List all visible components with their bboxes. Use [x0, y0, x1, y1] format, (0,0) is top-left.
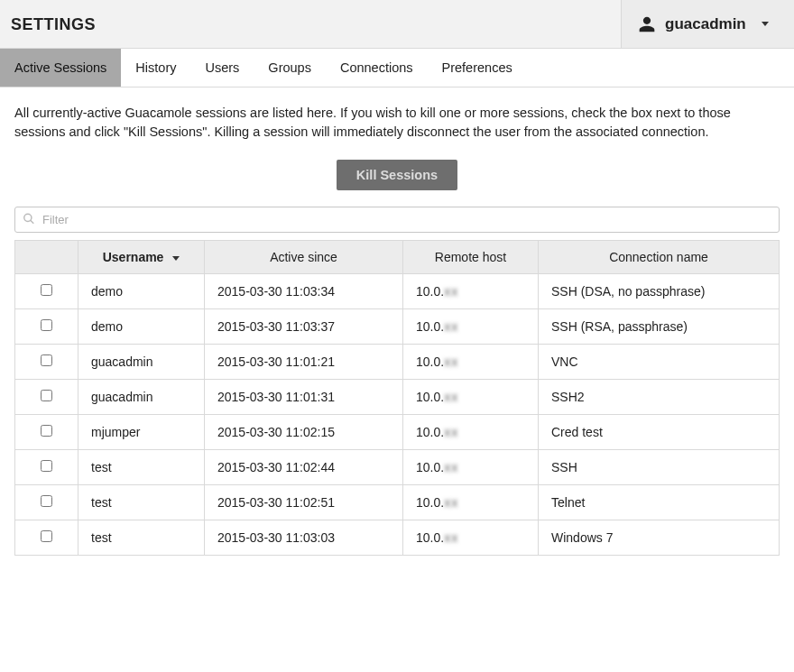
- page-description: All currently-active Guacamole sessions …: [0, 87, 794, 154]
- row-checkbox[interactable]: [41, 495, 52, 507]
- tab-users[interactable]: Users: [190, 49, 254, 87]
- cell-remote-host: 10.0.xx: [403, 450, 539, 485]
- row-checkbox-cell: [15, 309, 78, 345]
- row-checkbox[interactable]: [41, 530, 52, 542]
- tab-history[interactable]: History: [121, 49, 190, 87]
- remote-host-redacted: xx: [444, 495, 458, 510]
- cell-connection-name: SSH2: [539, 380, 780, 415]
- remote-host-visible: 10.0.: [416, 530, 444, 545]
- kill-sessions-button[interactable]: Kill Sessions: [337, 160, 457, 190]
- remote-host-visible: 10.0.: [416, 354, 444, 369]
- cell-username: mjumper: [78, 415, 205, 450]
- cell-remote-host: 10.0.xx: [403, 380, 539, 415]
- remote-host-redacted: xx: [444, 284, 458, 299]
- table-row: test2015-03-30 11:02:5110.0.xxTelnet: [15, 485, 780, 520]
- remote-host-redacted: xx: [444, 390, 458, 404]
- row-checkbox-cell: [15, 345, 78, 380]
- table-row: demo2015-03-30 11:03:3410.0.xxSSH (DSA, …: [15, 274, 780, 309]
- remote-host-redacted: xx: [444, 460, 458, 474]
- sort-caret-icon: [172, 256, 180, 261]
- row-checkbox[interactable]: [41, 425, 52, 437]
- remote-host-visible: 10.0.: [416, 284, 444, 299]
- cell-remote-host: 10.0.xx: [403, 274, 539, 309]
- user-menu-username: guacadmin: [665, 15, 752, 33]
- tab-groups[interactable]: Groups: [254, 49, 326, 87]
- table-row: test2015-03-30 11:02:4410.0.xxSSH: [15, 450, 780, 485]
- kill-sessions-row: Kill Sessions: [0, 154, 794, 207]
- filter-wrapper: [14, 207, 780, 233]
- cell-active-since: 2015-03-30 11:03:03: [205, 520, 403, 556]
- tab-active-sessions[interactable]: Active Sessions: [0, 49, 121, 87]
- tab-connections[interactable]: Connections: [326, 49, 428, 87]
- tab-preferences[interactable]: Preferences: [428, 49, 527, 87]
- row-checkbox-cell: [15, 415, 78, 450]
- tab-bar: Active SessionsHistoryUsersGroupsConnect…: [0, 49, 794, 87]
- table-row: demo2015-03-30 11:03:3710.0.xxSSH (RSA, …: [15, 309, 780, 345]
- remote-host-redacted: xx: [444, 354, 458, 369]
- row-checkbox-cell: [15, 520, 78, 556]
- cell-username: test: [78, 520, 205, 556]
- cell-connection-name: Telnet: [539, 485, 780, 520]
- svg-line-1: [31, 220, 34, 224]
- cell-connection-name: SSH (DSA, no passphrase): [539, 274, 780, 309]
- row-checkbox[interactable]: [41, 354, 52, 366]
- column-header-username-label: Username: [103, 250, 164, 264]
- remote-host-visible: 10.0.: [416, 425, 444, 439]
- cell-active-since: 2015-03-30 11:02:15: [205, 415, 403, 450]
- remote-host-visible: 10.0.: [416, 460, 444, 474]
- column-header-active-since[interactable]: Active since: [205, 241, 403, 274]
- row-checkbox[interactable]: [41, 319, 52, 331]
- cell-username: test: [78, 485, 205, 520]
- cell-remote-host: 10.0.xx: [403, 309, 539, 345]
- user-icon: [638, 15, 656, 33]
- cell-remote-host: 10.0.xx: [403, 520, 539, 556]
- cell-username: test: [78, 450, 205, 485]
- column-header-username[interactable]: Username: [78, 241, 205, 274]
- page-title: SETTINGS: [0, 0, 621, 48]
- top-bar: SETTINGS guacadmin: [0, 0, 794, 49]
- chevron-down-icon: [762, 22, 769, 26]
- table-row: guacadmin2015-03-30 11:01:3110.0.xxSSH2: [15, 380, 780, 415]
- cell-active-since: 2015-03-30 11:02:44: [205, 450, 403, 485]
- cell-active-since: 2015-03-30 11:01:21: [205, 345, 403, 380]
- remote-host-redacted: xx: [444, 425, 458, 439]
- row-checkbox-cell: [15, 485, 78, 520]
- cell-connection-name: VNC: [539, 345, 780, 380]
- cell-username: guacadmin: [78, 345, 205, 380]
- cell-remote-host: 10.0.xx: [403, 345, 539, 380]
- cell-active-since: 2015-03-30 11:02:51: [205, 485, 403, 520]
- row-checkbox[interactable]: [41, 284, 52, 296]
- column-header-remote-host[interactable]: Remote host: [403, 241, 539, 274]
- row-checkbox-cell: [15, 274, 78, 309]
- column-header-connection-name[interactable]: Connection name: [539, 241, 780, 274]
- table-row: test2015-03-30 11:03:0310.0.xxWindows 7: [15, 520, 780, 556]
- cell-username: guacadmin: [78, 380, 205, 415]
- column-header-checkbox: [15, 241, 78, 274]
- filter-input[interactable]: [14, 207, 780, 233]
- cell-active-since: 2015-03-30 11:03:37: [205, 309, 403, 345]
- user-menu[interactable]: guacadmin: [621, 0, 794, 48]
- cell-connection-name: SSH (RSA, passphrase): [539, 309, 780, 345]
- cell-active-since: 2015-03-30 11:01:31: [205, 380, 403, 415]
- cell-connection-name: SSH: [539, 450, 780, 485]
- remote-host-visible: 10.0.: [416, 319, 444, 334]
- sessions-table: Username Active since Remote host Connec…: [14, 240, 780, 556]
- remote-host-redacted: xx: [444, 319, 458, 334]
- svg-point-0: [24, 214, 32, 221]
- cell-connection-name: Cred test: [539, 415, 780, 450]
- row-checkbox[interactable]: [41, 460, 52, 472]
- row-checkbox-cell: [15, 380, 78, 415]
- row-checkbox[interactable]: [41, 390, 52, 401]
- cell-active-since: 2015-03-30 11:03:34: [205, 274, 403, 309]
- table-row: mjumper2015-03-30 11:02:1510.0.xxCred te…: [15, 415, 780, 450]
- search-icon: [23, 212, 35, 227]
- row-checkbox-cell: [15, 450, 78, 485]
- table-row: guacadmin2015-03-30 11:01:2110.0.xxVNC: [15, 345, 780, 380]
- cell-connection-name: Windows 7: [539, 520, 780, 556]
- remote-host-redacted: xx: [444, 530, 458, 545]
- cell-username: demo: [78, 274, 205, 309]
- cell-remote-host: 10.0.xx: [403, 485, 539, 520]
- remote-host-visible: 10.0.: [416, 390, 444, 404]
- remote-host-visible: 10.0.: [416, 495, 444, 510]
- cell-remote-host: 10.0.xx: [403, 415, 539, 450]
